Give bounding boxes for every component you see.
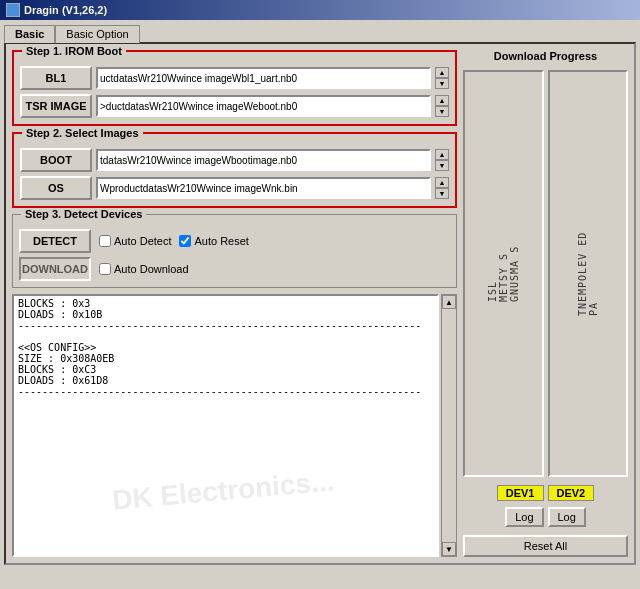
tab-basic-option[interactable]: Basic Option bbox=[55, 25, 139, 43]
os-spin-up[interactable]: ▲ bbox=[435, 177, 449, 188]
bar2-text: TNEMPOLEV ED PA bbox=[550, 72, 627, 475]
download-button[interactable]: DOWNLOAD bbox=[19, 257, 91, 281]
step1-legend: Step 1. IROM Boot bbox=[22, 45, 126, 57]
app-icon bbox=[6, 3, 20, 17]
step2-group: Step 2. Select Images BOOT ▲ ▼ OS ▲ ▼ bbox=[12, 132, 457, 208]
os-spin-down[interactable]: ▼ bbox=[435, 188, 449, 199]
tsr-spinner[interactable]: ▲ ▼ bbox=[435, 95, 449, 117]
log2-button[interactable]: Log bbox=[548, 507, 586, 527]
step3-legend: Step 3. Detect Devices bbox=[21, 208, 146, 220]
left-panel: Step 1. IROM Boot BL1 ▲ ▼ TSR IMAGE ▲ ▼ bbox=[12, 50, 457, 557]
progress-bars-row: ISL METSY S GNUSMA S TNEMPOLEV ED PA bbox=[463, 70, 628, 477]
tsr-spin-down[interactable]: ▼ bbox=[435, 106, 449, 117]
auto-detect-label[interactable]: Auto Detect bbox=[99, 235, 171, 247]
log-buttons-row: Log Log bbox=[463, 507, 628, 527]
bl1-spinner[interactable]: ▲ ▼ bbox=[435, 67, 449, 89]
scroll-up-btn[interactable]: ▲ bbox=[442, 295, 456, 309]
bar1-text: ISL METSY S GNUSMA S bbox=[465, 72, 542, 475]
auto-detect-checkbox[interactable] bbox=[99, 235, 111, 247]
boot-input[interactable] bbox=[96, 149, 431, 171]
auto-reset-checkbox[interactable] bbox=[179, 235, 191, 247]
step3-group: Step 3. Detect Devices DETECT Auto Detec… bbox=[12, 214, 457, 288]
tab-basic[interactable]: Basic bbox=[4, 25, 55, 43]
os-button[interactable]: OS bbox=[20, 176, 92, 200]
boot-spin-down[interactable]: ▼ bbox=[435, 160, 449, 171]
scroll-track bbox=[442, 309, 456, 542]
auto-reset-label[interactable]: Auto Reset bbox=[179, 235, 248, 247]
bl1-input[interactable] bbox=[96, 67, 431, 89]
step2-legend: Step 2. Select Images bbox=[22, 127, 143, 139]
download-progress-label: Download Progress bbox=[463, 50, 628, 62]
boot-spinner[interactable]: ▲ ▼ bbox=[435, 149, 449, 171]
dev-badges-row: DEV1 DEV2 bbox=[463, 485, 628, 501]
os-input[interactable] bbox=[96, 177, 431, 199]
tab-bar: Basic Basic Option bbox=[0, 20, 640, 42]
reset-all-button[interactable]: Reset All bbox=[463, 535, 628, 557]
tsr-input[interactable] bbox=[96, 95, 431, 117]
title-bar: Dragin (V1,26,2) bbox=[0, 0, 640, 20]
log-output[interactable]: BLOCKS : 0x3DLOADS : 0x10B--------------… bbox=[12, 294, 439, 557]
boot-button[interactable]: BOOT bbox=[20, 148, 92, 172]
right-panel: Download Progress ISL METSY S GNUSMA S T… bbox=[463, 50, 628, 557]
boot-spin-up[interactable]: ▲ bbox=[435, 149, 449, 160]
step1-group: Step 1. IROM Boot BL1 ▲ ▼ TSR IMAGE ▲ ▼ bbox=[12, 50, 457, 126]
dev2-badge: DEV2 bbox=[548, 485, 595, 501]
bl1-spin-down[interactable]: ▼ bbox=[435, 78, 449, 89]
os-spinner[interactable]: ▲ ▼ bbox=[435, 177, 449, 199]
bl1-spin-up[interactable]: ▲ bbox=[435, 67, 449, 78]
log-section: DK Electronics... BLOCKS : 0x3DLOADS : 0… bbox=[12, 294, 457, 557]
tsr-button[interactable]: TSR IMAGE bbox=[20, 94, 92, 118]
bl1-button[interactable]: BL1 bbox=[20, 66, 92, 90]
detect-button[interactable]: DETECT bbox=[19, 229, 91, 253]
auto-download-label[interactable]: Auto Download bbox=[99, 263, 189, 275]
log-scrollbar[interactable]: ▲ ▼ bbox=[441, 294, 457, 557]
log1-button[interactable]: Log bbox=[505, 507, 543, 527]
tab-content: Step 1. IROM Boot BL1 ▲ ▼ TSR IMAGE ▲ ▼ bbox=[4, 42, 636, 565]
tsr-spin-up[interactable]: ▲ bbox=[435, 95, 449, 106]
auto-download-checkbox[interactable] bbox=[99, 263, 111, 275]
dev1-badge: DEV1 bbox=[497, 485, 544, 501]
window-title: Dragin (V1,26,2) bbox=[24, 4, 107, 16]
progress-bar-2: TNEMPOLEV ED PA bbox=[548, 70, 629, 477]
progress-bar-1: ISL METSY S GNUSMA S bbox=[463, 70, 544, 477]
scroll-down-btn[interactable]: ▼ bbox=[442, 542, 456, 556]
